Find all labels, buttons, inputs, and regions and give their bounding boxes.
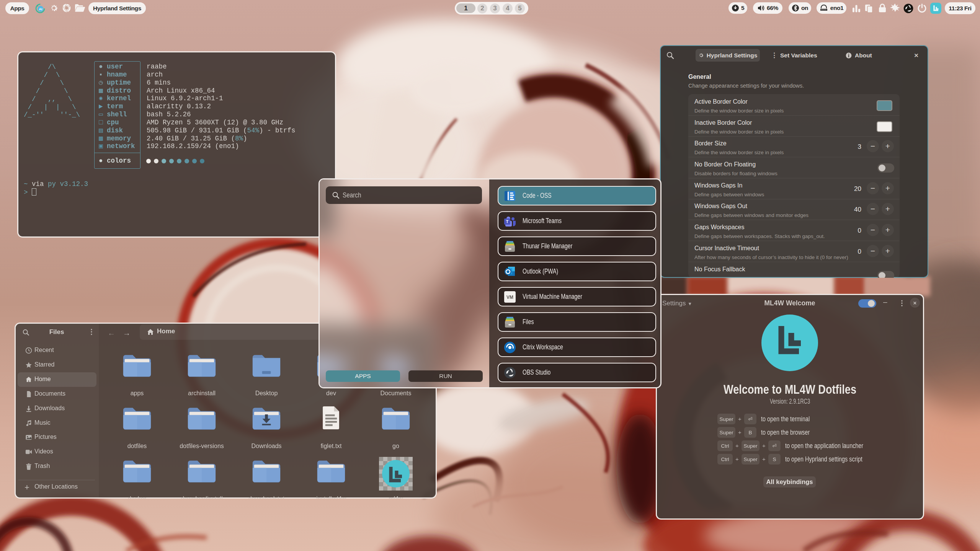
svg-text:AI: AI: [39, 7, 42, 11]
svg-text:VM: VM: [506, 295, 513, 300]
svg-text:T: T: [506, 219, 509, 224]
